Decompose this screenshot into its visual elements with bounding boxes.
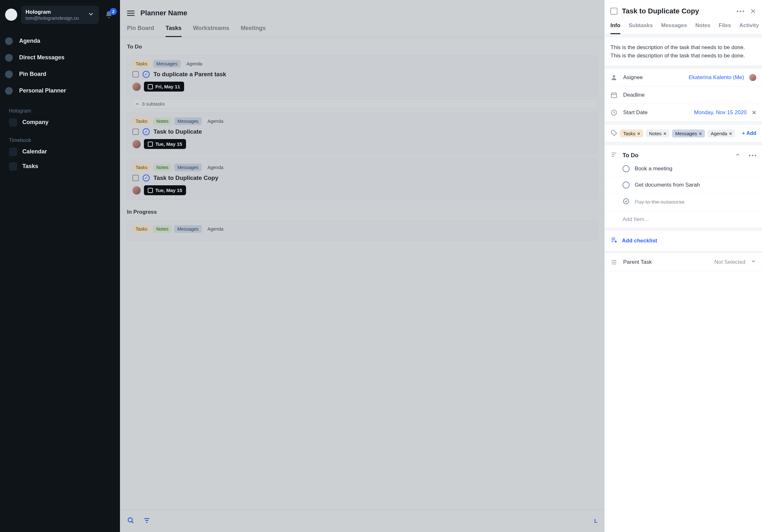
svg-line-1	[132, 521, 133, 523]
nav-direct-messages[interactable]: Direct Messages	[5, 49, 115, 66]
tab-workstreams[interactable]: Workstreams	[193, 25, 229, 37]
task-title: To duplicate a Parent task	[153, 71, 226, 78]
tab-pinboard[interactable]: Pin Board	[127, 25, 154, 37]
chip-messages: Messages	[174, 117, 202, 125]
section-hologram-label: Hologram	[0, 100, 120, 115]
nav-tasks[interactable]: Tasks	[0, 159, 120, 174]
task-card[interactable]: Tasks Notes Messages Agenda	[127, 220, 597, 241]
checklist-more[interactable]	[749, 155, 756, 156]
nav-calendar[interactable]: Calendar	[0, 145, 120, 159]
nav-agenda[interactable]: Agenda	[5, 33, 115, 49]
add-checklist-item[interactable]: Add Item...	[605, 211, 762, 228]
nav-pin-board[interactable]: Pin Board	[5, 66, 115, 83]
remove-icon[interactable]: ×	[637, 131, 640, 136]
radio-icon[interactable]	[623, 165, 630, 172]
tab-meetings[interactable]: Meetings	[241, 25, 266, 37]
search-icon	[127, 517, 135, 524]
task-card[interactable]: Tasks Notes Messages Agenda Task to Dupl…	[127, 112, 597, 154]
chip-agenda: Agenda	[204, 225, 227, 233]
tab-subtasks[interactable]: Subtasks	[629, 22, 653, 34]
assignee-avatar	[132, 140, 141, 148]
chip-notes: Notes	[153, 164, 172, 171]
main-area: Planner Name Pin Board Tasks Workstreams…	[120, 0, 604, 532]
tab-files[interactable]: Files	[719, 22, 731, 34]
tab-info[interactable]: Info	[610, 22, 620, 34]
chip-messages: Messages	[174, 164, 202, 171]
nav-company[interactable]: Company	[0, 115, 120, 130]
chip-tasks: Tasks	[132, 117, 151, 125]
chevron-up-icon	[735, 152, 741, 158]
remove-icon[interactable]: ×	[663, 131, 666, 136]
remove-icon[interactable]: ×	[699, 131, 702, 136]
task-description[interactable]: This is the description of the task that…	[605, 37, 762, 66]
assignee-avatar	[749, 74, 756, 81]
tab-panel-messages[interactable]: Messages	[661, 22, 687, 34]
task-complete-checkbox[interactable]	[610, 8, 617, 15]
detail-panel: Task to Duplicate Copy Info Subtasks Mes…	[604, 0, 762, 532]
notifications-button[interactable]: 2	[103, 11, 115, 19]
close-icon[interactable]	[750, 8, 756, 14]
more-button[interactable]	[737, 11, 744, 12]
tag-agenda[interactable]: Agenda×	[708, 129, 735, 137]
tag-tasks[interactable]: Tasks×	[620, 129, 643, 137]
checklist-item[interactable]: Get documents from Sarah	[605, 177, 762, 193]
tag-icon	[610, 129, 617, 137]
person-icon	[610, 74, 618, 81]
search-button[interactable]	[127, 517, 135, 526]
task-checkbox[interactable]	[132, 71, 139, 78]
chip-tasks: Tasks	[132, 225, 151, 233]
todo-section-header: To Do	[120, 37, 604, 53]
clock-icon	[610, 109, 618, 116]
deadline-row[interactable]: Deadline	[605, 87, 762, 104]
filter-button[interactable]	[143, 517, 151, 526]
radio-icon[interactable]	[623, 181, 630, 188]
parent-task-value: Not Selected	[715, 259, 745, 265]
task-checkbox[interactable]	[132, 175, 139, 181]
collapse-button[interactable]	[735, 152, 741, 159]
chip-messages: Messages	[174, 225, 202, 233]
parent-icon	[610, 259, 618, 266]
remove-icon[interactable]: ×	[729, 131, 732, 136]
add-tag-button[interactable]: + Add	[742, 130, 756, 136]
task-checkbox[interactable]	[132, 129, 139, 135]
nav-personal-planner[interactable]: Personal Planner	[5, 83, 115, 99]
task-status-icon	[143, 174, 150, 181]
footer-trail: L	[594, 518, 597, 524]
task-card[interactable]: Tasks Notes Messages Agenda Task to Dupl…	[127, 159, 597, 200]
assignee-row[interactable]: Asignee Ekaterina Kalento (Me)	[605, 69, 762, 87]
task-card[interactable]: Tasks Messages Agenda To duplicate a Par…	[127, 55, 597, 96]
checklist-header[interactable]: To Do	[605, 146, 762, 161]
svg-point-0	[128, 518, 132, 522]
tab-activity[interactable]: Activity	[739, 22, 759, 34]
menu-button[interactable]	[127, 11, 135, 16]
date-pill[interactable]: Tue, May 15	[144, 139, 186, 149]
checklist-item[interactable]: Pay to the outsourse	[605, 193, 762, 211]
add-checklist-button[interactable]: Add checklist	[605, 228, 762, 253]
svg-rect-8	[611, 93, 617, 98]
parent-task-row[interactable]: Parent Task Not Selected	[605, 253, 762, 271]
filter-icon	[143, 517, 151, 524]
tag-messages[interactable]: Messages×	[672, 129, 705, 137]
checklist-item[interactable]: Book a meeting	[605, 161, 762, 177]
check-done-icon[interactable]	[623, 198, 630, 206]
chip-agenda: Agenda	[204, 117, 227, 125]
tab-tasks[interactable]: Tasks	[166, 25, 182, 37]
chevron-up-icon	[135, 102, 139, 106]
user-avatar[interactable]	[5, 9, 17, 21]
planner-title: Planner Name	[140, 9, 187, 17]
notifications-badge: 2	[110, 8, 117, 15]
workspace-email: tom@hologramdesign.co	[26, 15, 79, 21]
date-pill[interactable]: Fri, May 11	[144, 82, 184, 92]
startdate-row[interactable]: Start Date Monday, Nov 15 2020 ✕	[605, 104, 762, 121]
panel-tabs: Info Subtasks Messages Notes Files Activ…	[605, 18, 762, 34]
assignee-avatar	[132, 83, 141, 91]
chip-notes: Notes	[153, 117, 172, 125]
workspace-switcher[interactable]: Hologram tom@hologramdesign.co	[21, 6, 99, 24]
list-plus-icon	[610, 236, 617, 245]
tab-notes[interactable]: Notes	[695, 22, 710, 34]
tag-notes[interactable]: Notes×	[646, 129, 669, 137]
subtasks-toggle[interactable]: 3 subtasks	[131, 99, 597, 109]
chip-agenda: Agenda	[183, 60, 205, 68]
date-pill[interactable]: Tue, May 15	[144, 185, 186, 195]
clear-startdate[interactable]: ✕	[752, 109, 756, 116]
